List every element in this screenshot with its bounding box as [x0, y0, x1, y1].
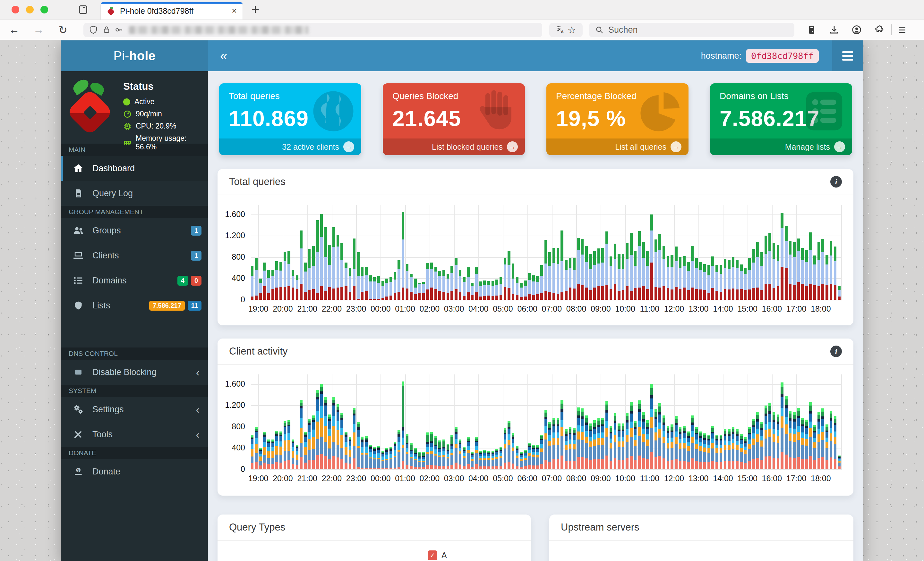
cbar[interactable]	[284, 421, 286, 469]
cbar[interactable]	[507, 251, 510, 300]
query-type-legend-item[interactable]: ✓ A	[428, 551, 447, 560]
cbar[interactable]	[483, 450, 486, 469]
cbar[interactable]	[756, 242, 759, 300]
cbar[interactable]	[752, 419, 755, 469]
cbar[interactable]	[284, 252, 286, 300]
cbar[interactable]	[728, 260, 730, 300]
cbar[interactable]	[565, 260, 567, 300]
cbar[interactable]	[365, 436, 368, 469]
cbar[interactable]	[304, 432, 306, 469]
cbar[interactable]	[785, 396, 788, 469]
back-button[interactable]: ←	[8, 24, 20, 36]
cbar[interactable]	[414, 448, 417, 469]
cbar[interactable]	[556, 418, 559, 469]
cbar[interactable]	[312, 246, 315, 300]
cbar[interactable]	[410, 443, 412, 469]
cbar[interactable]	[740, 265, 742, 300]
cbar[interactable]	[675, 247, 677, 300]
sidebar-item-donate[interactable]: $ Donate	[61, 459, 208, 484]
cbar[interactable]	[630, 402, 632, 469]
cbar[interactable]	[818, 242, 820, 300]
cbar[interactable]	[365, 267, 368, 300]
cbar[interactable]	[381, 451, 384, 469]
info-icon[interactable]: i	[830, 346, 842, 357]
card-footer-link[interactable]: 32 active clients →	[219, 139, 361, 155]
cbar[interactable]	[373, 447, 376, 469]
cbar[interactable]	[638, 231, 641, 300]
cbar[interactable]	[683, 426, 686, 469]
cbar[interactable]	[263, 263, 266, 300]
cbar[interactable]	[402, 381, 404, 469]
cbar[interactable]	[349, 437, 351, 469]
cbar[interactable]	[495, 449, 498, 469]
cbar[interactable]	[259, 448, 261, 469]
cbar[interactable]	[475, 267, 478, 300]
cbar[interactable]	[304, 263, 306, 300]
cbar[interactable]	[740, 434, 742, 469]
cbar[interactable]	[532, 275, 535, 300]
cbar[interactable]	[442, 270, 445, 300]
cbar[interactable]	[504, 428, 506, 469]
cbar[interactable]	[426, 432, 429, 469]
cbar[interactable]	[577, 238, 579, 300]
cbar[interactable]	[834, 416, 836, 469]
sidebar-toggle-icon[interactable]	[78, 0, 88, 19]
cbar[interactable]	[618, 254, 620, 300]
cbar[interactable]	[744, 437, 747, 469]
cbar[interactable]	[614, 244, 616, 300]
cbar[interactable]	[716, 265, 718, 300]
cbar[interactable]	[789, 411, 792, 469]
cbar[interactable]	[663, 246, 665, 300]
cbar[interactable]	[777, 245, 779, 300]
pihole-logo[interactable]: Pi-hole	[61, 40, 208, 71]
cbar[interactable]	[716, 435, 718, 469]
cbar[interactable]	[552, 248, 555, 300]
cbar[interactable]	[316, 390, 319, 469]
cbar[interactable]	[683, 256, 686, 300]
cbar[interactable]	[650, 214, 653, 300]
cbar[interactable]	[601, 248, 604, 300]
lock-icon[interactable]	[102, 25, 111, 34]
cbar[interactable]	[422, 452, 425, 469]
cbar[interactable]	[361, 267, 363, 300]
extensions-icon[interactable]	[874, 25, 884, 35]
cbar[interactable]	[561, 400, 563, 469]
cbar[interactable]	[332, 397, 335, 469]
cbar[interactable]	[711, 256, 714, 300]
cbar[interactable]	[520, 283, 522, 300]
cbar[interactable]	[825, 255, 828, 300]
cbar[interactable]	[471, 283, 474, 300]
sidebar-item-domains[interactable]: Domains 4 0	[61, 268, 208, 293]
cbar[interactable]	[328, 414, 331, 469]
cbar[interactable]	[275, 431, 278, 469]
cbar[interactable]	[838, 286, 840, 300]
cbar[interactable]	[288, 251, 290, 300]
cbar[interactable]	[707, 265, 710, 300]
cbar[interactable]	[422, 282, 425, 300]
cbar[interactable]	[821, 239, 824, 300]
sidebar-item-settings[interactable]: Settings ‹	[61, 397, 208, 422]
cbar[interactable]	[797, 238, 800, 300]
card-footer-link[interactable]: List all queries →	[546, 139, 688, 155]
cbar[interactable]	[288, 420, 290, 469]
cbar[interactable]	[390, 277, 392, 300]
cbar[interactable]	[512, 263, 514, 300]
cbar[interactable]	[634, 251, 636, 300]
app-menu-button[interactable]	[832, 40, 863, 71]
cbar[interactable]	[605, 401, 608, 469]
cbar[interactable]	[781, 213, 783, 300]
cbar[interactable]	[768, 402, 771, 469]
cbar[interactable]	[524, 450, 526, 469]
cbar[interactable]	[292, 270, 294, 300]
cbar[interactable]	[369, 275, 372, 300]
cbar[interactable]	[654, 239, 657, 300]
cbar[interactable]	[614, 413, 616, 469]
cbar[interactable]	[593, 251, 596, 300]
cbar[interactable]	[805, 420, 808, 469]
cbar[interactable]	[703, 264, 706, 300]
cbar[interactable]	[597, 248, 600, 300]
info-icon[interactable]: i	[830, 176, 842, 187]
new-tab-button[interactable]: +	[252, 0, 260, 19]
cbar[interactable]	[638, 400, 641, 469]
cbar[interactable]	[353, 238, 356, 300]
